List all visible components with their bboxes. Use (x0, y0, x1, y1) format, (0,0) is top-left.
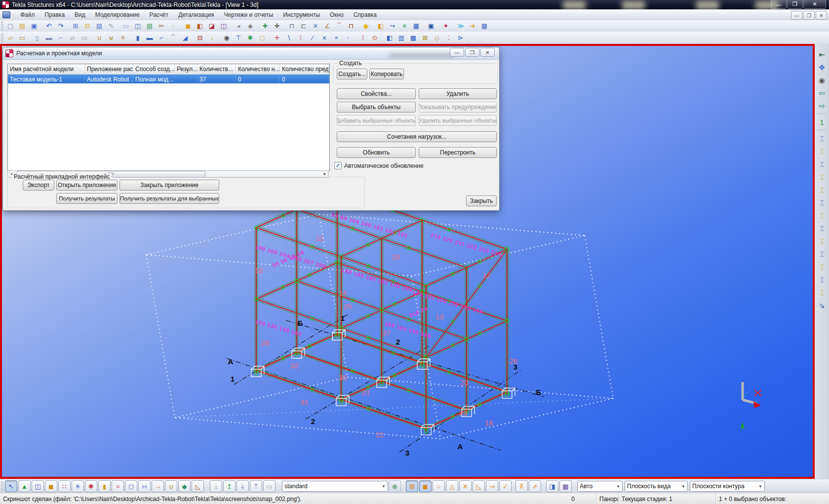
back-icon[interactable]: ⇦ (816, 86, 829, 99)
column-header[interactable]: Количеств... (197, 64, 236, 74)
gusset-icon[interactable]: ⌶ (816, 247, 829, 260)
window-split-icon[interactable]: ◧ (384, 33, 395, 43)
snap-points-toggle[interactable]: ⊠ (406, 480, 418, 492)
macro-icon[interactable]: ✎ (105, 21, 117, 32)
get-results-selected-button[interactable]: Получить результаты для выбранных (119, 193, 219, 204)
weld-icon[interactable]: ↓ (206, 33, 218, 43)
connection-icon[interactable]: ⌶ (816, 132, 829, 145)
component-catalog-icon[interactable]: ⊤ (233, 33, 244, 43)
select-grid-toggle[interactable]: ✳ (72, 480, 84, 492)
concrete-beam-icon[interactable]: ▬ (43, 33, 55, 43)
circle-tool-icon[interactable]: ⊙ (369, 33, 381, 43)
steel-polybeam-icon[interactable]: ⌐ (156, 33, 167, 43)
snap-settings-button[interactable]: ⊛ (389, 480, 401, 492)
line-tool-icon[interactable]: ∖ (283, 33, 295, 43)
extend-icon[interactable]: ∕ (307, 33, 318, 43)
snap-ortho-toggle[interactable]: ➚ (529, 480, 541, 492)
window-grid-icon[interactable]: ▩ (407, 33, 419, 43)
split-icon[interactable]: × (330, 33, 342, 43)
move-object-icon[interactable]: ◪ (206, 21, 218, 32)
select-object-level-icon[interactable]: ↥ (223, 480, 236, 492)
select-point-toggle[interactable]: ∷ (58, 480, 71, 492)
close-application-button[interactable]: Закрыть приложение (119, 180, 219, 191)
cut-icon[interactable]: ✂ (156, 21, 167, 32)
snap-center-toggle[interactable]: ○ (433, 480, 445, 492)
window-pair-icon[interactable]: ▥ (395, 33, 407, 43)
add-icon[interactable]: ✚ (259, 21, 271, 32)
child-restore-button[interactable]: ❐ (803, 11, 815, 20)
menu-file[interactable]: Файл (15, 10, 40, 19)
select-part-toggle[interactable]: ▮ (98, 480, 111, 492)
restore-button[interactable]: ❐ (787, 0, 803, 9)
rebuild-button[interactable]: Перестроить (419, 147, 497, 158)
list-icon[interactable]: ≡ (398, 21, 410, 32)
base-plate-icon[interactable]: ⌶ (816, 209, 829, 222)
divide-icon[interactable]: ⁞ (295, 33, 307, 43)
diamond-icon[interactable]: ◆ (244, 21, 256, 32)
phase-icon[interactable]: ▭ (263, 480, 276, 492)
curved-beam-icon[interactable]: ⌒ (167, 33, 179, 43)
end-plate-connection-icon[interactable]: ⌶ (816, 145, 829, 157)
menu-modeling[interactable]: Моделирование (90, 10, 145, 19)
contour-plane-combo[interactable]: Плоскости контура ▼ (690, 481, 765, 492)
menu-detailing[interactable]: Детализация (173, 10, 219, 19)
concrete-panel-icon[interactable]: ▱ (67, 33, 79, 43)
menu-help[interactable]: Справка (349, 10, 382, 19)
custom-component-icon[interactable]: ✱ (244, 33, 256, 43)
column-header[interactable]: Резул... (175, 64, 197, 74)
joint-1-icon[interactable]: 1 (816, 116, 829, 128)
models-table[interactable]: Имя расчётной моделиПриложение рас...Спо… (7, 64, 330, 171)
arc-icon[interactable]: ⌒ (333, 21, 345, 32)
copy-object-icon[interactable]: ◧ (194, 21, 206, 32)
forward-icon[interactable]: ⇨ (816, 99, 829, 112)
select-assembly-level-icon[interactable]: ↓ (210, 480, 222, 492)
binoculars-icon[interactable]: ◉ (221, 33, 233, 43)
select-gridline-toggle[interactable]: ✱ (85, 480, 97, 492)
open-application-button[interactable]: Открыть приложение (56, 180, 118, 191)
add-gray-icon[interactable]: ✚ (271, 21, 283, 32)
select-weld-toggle[interactable]: ≈ (112, 480, 124, 492)
column-header[interactable]: Способ созд... (133, 64, 175, 74)
child-minimize-button[interactable]: — (791, 11, 802, 20)
models-table-header[interactable]: Имя расчётной моделиПриложение рас...Спо… (8, 64, 329, 75)
get-results-button[interactable]: Получить результаты (56, 193, 118, 204)
dialog-title-bar[interactable]: Расчетная и проектная модели — ❐ ✕ (3, 47, 499, 60)
strip-footing-icon[interactable]: ∪ (93, 33, 105, 43)
plate-icon[interactable]: ◢ (179, 33, 191, 43)
new-document-icon[interactable]: ▢ (4, 21, 16, 32)
prev-icon[interactable]: ◂ (233, 21, 244, 32)
view-list-icon[interactable]: ◫ (132, 21, 144, 32)
paste-icon[interactable]: ▤ (93, 21, 105, 32)
work-plane-icon[interactable]: ⊠ (419, 33, 431, 43)
select-all-toggle[interactable]: ↖ (5, 480, 17, 492)
select-view-toggle[interactable]: ◺ (192, 480, 204, 492)
column-header[interactable]: Имя расчётной модели (8, 64, 85, 74)
bracing-connection-icon[interactable]: ⌶ (816, 260, 829, 273)
small-box-icon[interactable]: ▫ (342, 33, 354, 43)
concrete-pad-icon[interactable]: ▱ (4, 33, 16, 43)
menu-view[interactable]: Вид (70, 10, 90, 19)
selection-filter-combo[interactable]: standard ▼ (282, 481, 388, 492)
point-tool-icon[interactable]: ✛ (271, 33, 283, 43)
snap-points-icon[interactable]: ⁚ (443, 33, 455, 43)
copy-special-icon[interactable]: ⊟ (81, 21, 93, 32)
show-warnings-button[interactable]: Показывать предупреждения (419, 102, 497, 113)
pointer-tool-icon[interactable]: ⊳ (455, 33, 467, 43)
select-assembly-toggle[interactable]: ◫ (32, 480, 44, 492)
tube-connection-icon[interactable]: ⌶ (816, 273, 829, 286)
copy-button[interactable]: Копировать (369, 69, 404, 79)
undo-icon[interactable]: ↶ (43, 21, 55, 32)
open-icon[interactable]: ▤ (16, 21, 28, 32)
snap-perpendicular-toggle[interactable]: ◺ (473, 480, 485, 492)
frame-icon[interactable]: ⊓ (345, 21, 357, 32)
load-combinations-button[interactable]: Сочетания нагрузок... (337, 131, 497, 142)
menu-drawings-reports[interactable]: Чертежи и отчеты (219, 10, 278, 19)
chamfer-icon[interactable]: ∠ (321, 21, 333, 32)
dialog-close-x-button[interactable]: ✕ (480, 48, 495, 57)
child-close-button[interactable]: ✕ (816, 11, 827, 20)
level-down-icon[interactable]: ⇣ (237, 480, 249, 492)
trim-icon[interactable]: ⨯ (318, 33, 330, 43)
minimize-button[interactable]: — (771, 0, 787, 9)
remove-selected-button[interactable]: Удалить выбранные объекты (419, 115, 497, 126)
export-icon[interactable]: ➔ (467, 21, 478, 32)
